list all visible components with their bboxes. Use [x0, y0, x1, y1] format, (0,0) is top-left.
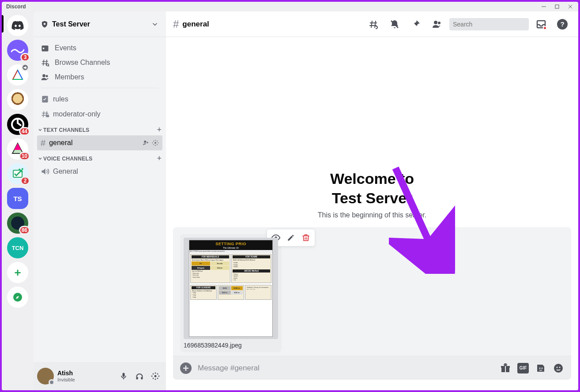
window-close-button[interactable] — [564, 2, 576, 11]
hash-icon: # — [173, 18, 179, 30]
channel-general[interactable]: #general — [37, 135, 162, 150]
channel-voice-general[interactable]: General — [37, 164, 162, 179]
attachment-card[interactable]: SETTING PRIO The Ultimate Ch KEY POINT l… — [180, 234, 282, 352]
hash-lock-icon — [41, 110, 49, 119]
svg-point-9 — [42, 74, 45, 77]
speaker-icon — [21, 63, 29, 71]
invite-icon[interactable] — [142, 139, 149, 146]
svg-rect-26 — [505, 366, 506, 372]
server-item[interactable]: 10 — [7, 138, 28, 160]
search-input[interactable] — [453, 21, 530, 28]
sticker-button[interactable] — [535, 362, 546, 374]
hash-icon: # — [41, 138, 45, 148]
explore-servers-button[interactable] — [7, 287, 28, 308]
notification-dot — [543, 26, 547, 30]
server-item-current[interactable]: TS — [7, 188, 28, 209]
user-panel: AtishInvisible — [34, 362, 166, 390]
window-maximize-button[interactable] — [551, 2, 563, 11]
emoji-button[interactable] — [553, 362, 564, 374]
members-nav[interactable]: Members — [37, 70, 162, 84]
inbox-button[interactable] — [536, 19, 546, 30]
add-server-button[interactable]: + — [7, 262, 28, 283]
server-item[interactable]: 2 — [7, 163, 28, 184]
attachment-thumbnail: SETTING PRIO The Ultimate Ch KEY POINT l… — [184, 238, 278, 339]
help-button[interactable]: ? — [557, 19, 568, 30]
svg-point-13 — [144, 141, 146, 143]
window-minimize-button[interactable] — [538, 2, 550, 11]
server-item[interactable]: TCN — [7, 237, 28, 258]
welcome-subtitle: This is the beginning of this server. — [166, 211, 578, 219]
shield-icon — [41, 20, 49, 28]
delete-attachment-button[interactable] — [298, 231, 313, 245]
pinned-button[interactable] — [411, 19, 421, 30]
server-item[interactable]: 86 — [7, 213, 28, 234]
svg-point-27 — [539, 367, 541, 369]
home-server[interactable] — [7, 15, 28, 36]
add-channel-button[interactable]: + — [157, 125, 162, 134]
gear-icon[interactable] — [152, 139, 159, 146]
category-text-channels[interactable]: TEXT CHANNELS+ — [37, 122, 162, 135]
threads-button[interactable] — [368, 19, 379, 30]
server-name: Test Server — [52, 20, 90, 28]
welcome-block: Welcome toTest Server This is the beginn… — [166, 164, 578, 224]
channel-sidebar: Test Server Events Browse Channels Membe… — [34, 11, 166, 390]
sticker-icon — [535, 363, 546, 373]
events-nav[interactable]: Events — [37, 41, 162, 55]
microphone-icon — [119, 372, 128, 381]
headphones-icon — [135, 372, 144, 381]
user-avatar[interactable] — [37, 368, 54, 385]
server-item[interactable]: 3 — [7, 40, 28, 61]
mute-button[interactable] — [117, 369, 131, 383]
edit-attachment-button[interactable] — [283, 231, 298, 245]
svg-rect-0 — [555, 5, 559, 8]
add-channel-button[interactable]: + — [157, 154, 162, 163]
attach-button[interactable] — [180, 362, 192, 374]
members-icon — [41, 73, 49, 82]
gear-icon — [151, 372, 160, 381]
svg-point-4 — [44, 23, 46, 25]
gif-button[interactable]: GIF — [517, 362, 529, 374]
channel-rules[interactable]: rules — [37, 92, 162, 107]
svg-point-14 — [154, 142, 156, 144]
gift-button[interactable] — [500, 362, 511, 374]
user-info[interactable]: AtishInvisible — [57, 370, 113, 382]
server-item[interactable] — [7, 89, 28, 110]
deafen-button[interactable] — [132, 369, 147, 383]
svg-point-29 — [554, 364, 563, 373]
channel-moderator-only[interactable]: moderator-only — [37, 107, 162, 122]
speaker-icon — [41, 167, 49, 176]
gift-icon — [500, 363, 511, 373]
trash-icon — [301, 233, 310, 242]
member-list-button[interactable] — [432, 19, 442, 30]
attachment-filename: 1696853982449.jpeg — [184, 342, 278, 349]
server-header[interactable]: Test Server — [34, 11, 166, 37]
svg-rect-16 — [136, 377, 138, 380]
chevron-down-icon — [38, 128, 42, 132]
calendar-icon — [41, 44, 49, 52]
server-item[interactable]: 44 — [7, 114, 28, 135]
svg-point-30 — [557, 366, 558, 368]
category-voice-channels[interactable]: VOICE CHANNELS+ — [37, 150, 162, 164]
chevron-down-icon — [151, 20, 159, 28]
svg-point-19 — [434, 21, 437, 24]
search-box[interactable] — [449, 18, 529, 30]
browse-channels-nav[interactable]: Browse Channels — [37, 56, 162, 70]
unread-badge: 3 — [20, 53, 30, 62]
chevron-down-icon — [38, 157, 42, 161]
svg-rect-17 — [141, 377, 143, 380]
svg-point-20 — [438, 22, 441, 24]
svg-point-10 — [46, 75, 48, 77]
channel-topbar: #general ? — [166, 11, 578, 37]
unread-badge: 44 — [19, 127, 30, 136]
notifications-button[interactable] — [389, 19, 400, 30]
settings-button[interactable] — [148, 369, 162, 383]
unread-badge: 10 — [19, 152, 30, 161]
discord-icon — [11, 21, 24, 30]
main-content: #general ? Welcome toTest Server This is… — [166, 11, 578, 390]
message-composer: GIF — [173, 356, 571, 380]
unread-badge: 2 — [20, 176, 30, 185]
message-input[interactable] — [198, 364, 493, 373]
gif-icon: GIF — [517, 363, 529, 373]
rules-icon — [41, 95, 49, 104]
server-item[interactable] — [7, 64, 28, 86]
